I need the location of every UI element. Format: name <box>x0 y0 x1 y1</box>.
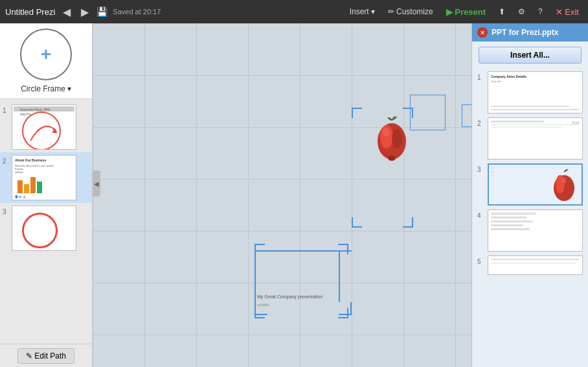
sidebar: + Circle Frame ▾ 1 Know the Point: 45%Ad… <box>0 23 93 367</box>
ppt-slide-num-4: 4 <box>477 209 484 219</box>
ppt-slide-num-1: 1 <box>477 71 484 81</box>
canvas-area[interactable]: My Great Company presentation subtitle <box>93 23 471 367</box>
customize-button[interactable]: ✏ Customize <box>384 6 437 18</box>
slide-num-1: 1 <box>3 104 9 114</box>
right-panel-title: PPT for Prezi.pptx <box>492 28 558 37</box>
slide1-arrow-svg <box>24 115 60 144</box>
ppt-slide-item-1[interactable]: 1 Company Sales DetailsSlide title <box>477 71 583 113</box>
pepper-image <box>371 114 413 163</box>
gear-icon: ⚙ <box>518 7 525 16</box>
exit-button[interactable]: ✕ Exit <box>552 6 583 18</box>
forward-button[interactable]: ▶ <box>78 5 91 19</box>
back-button[interactable]: ◀ <box>60 5 73 19</box>
canvas-main-frame: My Great Company presentation subtitle <box>254 244 348 318</box>
collapse-handle[interactable]: ◀ <box>93 171 100 196</box>
ppt-slide-item-5[interactable]: 5 <box>477 255 583 275</box>
canvas-text2: subtitle <box>257 303 269 307</box>
ppt4-lines <box>491 213 536 232</box>
main-layout: + Circle Frame ▾ 1 Know the Point: 45%Ad… <box>0 23 588 367</box>
ppt-thumb-2: Body <box>488 117 583 160</box>
svg-point-3 <box>392 129 402 148</box>
slide-num-2: 2 <box>3 155 9 165</box>
slide2-text: Describe this point for your actualPut t… <box>15 165 73 174</box>
canvas-small-box-2 <box>462 104 471 127</box>
ppt2-text: Body <box>572 121 580 124</box>
canvas-small-box-1 <box>410 95 446 130</box>
right-panel: ✕ PPT for Prezi.pptx Insert All... 1 Com… <box>471 23 588 367</box>
svg-point-4 <box>383 128 389 137</box>
ppt-slide-list: 1 Company Sales DetailsSlide title 2 Bod <box>472 69 588 367</box>
ppt-slide-num-5: 5 <box>477 255 484 265</box>
slide-thumb-2: About Our Business Describe this point f… <box>12 155 76 200</box>
ppt1-title: Company Sales DetailsSlide title <box>491 75 543 83</box>
canvas-text1: My Great Company presentation <box>257 294 322 299</box>
slide-thumb-1: Know the Point: 45%Add Pic <box>12 104 76 150</box>
slide-list: 1 Know the Point: 45%Add Pic 2 About Our… <box>0 99 92 344</box>
help-button[interactable]: ? <box>534 6 547 18</box>
slide-num-3: 3 <box>3 206 9 215</box>
slide-thumb-3 <box>12 206 76 251</box>
ppt-thumb-1: Company Sales DetailsSlide title <box>488 71 583 113</box>
titlebar: Untitled Prezi ◀ ▶ 💾 Saved at 20:17 Inse… <box>0 0 588 23</box>
slide3-circle <box>22 213 58 248</box>
ppt3-pepper-svg <box>550 167 579 203</box>
present-button[interactable]: ▶ Present <box>442 6 490 18</box>
ppt-thumb-3: ——— <box>488 163 583 206</box>
ppt-slide-item-3[interactable]: 3 ——— <box>477 163 583 206</box>
edit-path-button[interactable]: ✎ Edit Path <box>17 348 74 364</box>
save-icon: 💾 <box>96 6 107 17</box>
app-title: Untitled Prezi <box>5 7 55 17</box>
slide-item-3[interactable]: 3 <box>0 203 92 254</box>
pencil-icon: ✏ <box>388 7 394 16</box>
slide-item-2[interactable]: 2 About Our Business Describe this point… <box>0 152 92 203</box>
dropdown-icon[interactable]: ▾ <box>67 84 71 93</box>
slide2-title: About Our Business <box>15 158 46 162</box>
help-icon: ? <box>538 7 543 16</box>
svg-point-8 <box>561 177 567 184</box>
circle-frame-area: + Circle Frame ▾ <box>0 23 92 99</box>
ppt-thumb-5 <box>488 255 583 275</box>
insert-all-button[interactable]: Insert All... <box>479 47 582 64</box>
circle-frame-label: Circle Frame <box>21 84 65 93</box>
edit-path-area: ✎ Edit Path <box>0 344 92 367</box>
slide2-social: 📘 🐦 👔 <box>15 195 26 198</box>
circle-frame-thumbnail[interactable]: + <box>20 29 72 80</box>
ppt-slide-item-2[interactable]: 2 Body <box>477 117 583 160</box>
ppt-slide-item-4[interactable]: 4 — <box>477 209 583 252</box>
slide-item-1[interactable]: 1 Know the Point: 45%Add Pic <box>0 102 92 152</box>
svg-point-5 <box>388 156 396 161</box>
share-button[interactable]: ⬆ <box>495 6 509 18</box>
ppt3-text: ——— <box>492 167 494 176</box>
ppt-slide-num-3: 3 <box>477 163 484 173</box>
slide2-chart <box>17 177 42 193</box>
right-panel-close-button[interactable]: ✕ <box>477 27 488 38</box>
right-panel-header: ✕ PPT for Prezi.pptx <box>472 23 588 41</box>
pepper-svg <box>371 114 413 163</box>
ppt-slide-num-2: 2 <box>477 117 484 127</box>
saved-text: Saved at 20:17 <box>113 8 340 16</box>
share-icon: ⬆ <box>499 7 505 16</box>
canvas-box1-label: ---- <box>411 93 416 97</box>
ppt-thumb-4: — <box>488 209 583 252</box>
insert-button[interactable]: Insert ▾ <box>346 6 379 18</box>
canvas-box2-label: --- <box>465 102 468 106</box>
settings-button[interactable]: ⚙ <box>514 6 529 18</box>
